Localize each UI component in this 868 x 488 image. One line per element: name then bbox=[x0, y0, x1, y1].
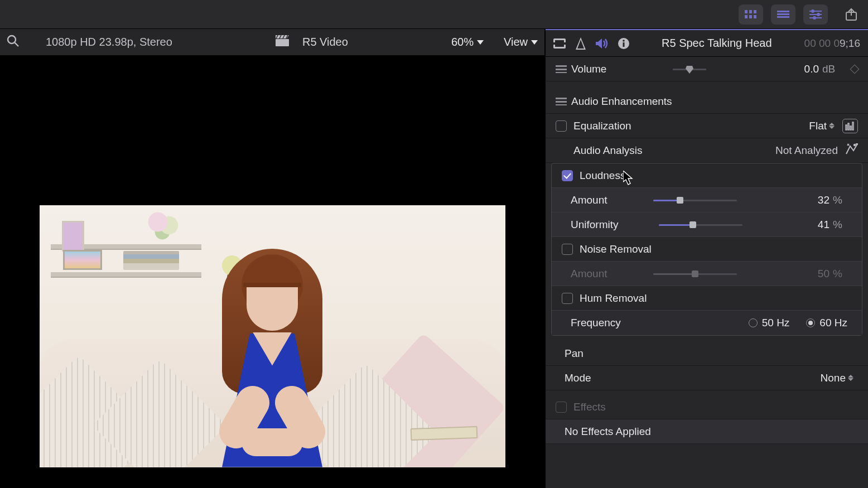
svg-rect-2 bbox=[754, 10, 756, 13]
loudness-amount-value[interactable]: 32 bbox=[783, 194, 833, 206]
chevron-down-icon bbox=[477, 40, 484, 45]
svg-point-12 bbox=[817, 13, 820, 16]
pan-title: Pan bbox=[565, 347, 584, 360]
viewer-view-popup[interactable]: View bbox=[504, 36, 538, 49]
loudness-amount-label: Amount bbox=[571, 194, 607, 206]
hum-freq-50-label: 50 Hz bbox=[762, 317, 790, 329]
loudness-group: Loudness Amount 32 % bbox=[551, 163, 862, 336]
volume-slider[interactable] bbox=[673, 64, 706, 75]
effects-checkbox[interactable] bbox=[556, 402, 567, 413]
volume-unit: dB bbox=[822, 63, 841, 75]
inspector-toolbar: R5 Spec Talking Head 00 00 09;16 bbox=[546, 30, 868, 57]
svg-rect-27 bbox=[850, 126, 851, 130]
inspector-timecode: 00 00 09;16 bbox=[804, 37, 860, 50]
hum-removal-checkbox[interactable] bbox=[562, 293, 573, 304]
svg-rect-19 bbox=[555, 40, 564, 47]
noise-removal-amount-slider bbox=[653, 268, 737, 279]
section-icon bbox=[556, 98, 567, 105]
hum-freq-60-radio[interactable] bbox=[806, 318, 815, 327]
inspector-clip-name: R5 Spec Talking Head bbox=[639, 37, 794, 50]
svg-rect-20 bbox=[553, 42, 555, 45]
layout-timeline-button[interactable] bbox=[771, 4, 795, 25]
equalization-label: Equalization bbox=[573, 120, 631, 132]
loudness-amount-slider[interactable] bbox=[653, 195, 737, 206]
loudness-uniformity-slider[interactable] bbox=[659, 219, 742, 230]
chevron-updown-icon bbox=[848, 375, 853, 381]
viewer-canvas[interactable] bbox=[0, 56, 544, 488]
share-button[interactable] bbox=[840, 4, 862, 25]
loudness-uniformity-row: Uniformity 41 % bbox=[552, 212, 862, 237]
svg-rect-21 bbox=[564, 42, 566, 45]
viewer-clip-name: R5 Video bbox=[302, 36, 348, 49]
loudness-amount-unit: % bbox=[833, 194, 852, 206]
loudness-uniformity-value[interactable]: 41 bbox=[783, 219, 833, 231]
effects-header: Effects bbox=[546, 395, 868, 419]
pan-mode-popup[interactable]: None bbox=[821, 372, 853, 384]
equalization-editor-button[interactable] bbox=[842, 119, 858, 133]
layout-inspector-button[interactable] bbox=[803, 4, 828, 25]
svg-rect-28 bbox=[852, 122, 853, 130]
audio-analysis-label: Audio Analysis bbox=[573, 144, 643, 157]
inspector-panel: R5 Spec Talking Head 00 00 09;16 Volume bbox=[546, 29, 868, 488]
svg-point-16 bbox=[8, 36, 16, 44]
svg-rect-5 bbox=[754, 15, 756, 18]
keyframe-button[interactable] bbox=[850, 64, 860, 74]
volume-value[interactable]: 0.0 bbox=[772, 63, 822, 75]
noise-removal-checkbox[interactable] bbox=[562, 244, 573, 255]
svg-rect-25 bbox=[846, 125, 847, 130]
viewer-zoom-value: 60% bbox=[451, 36, 474, 49]
loudness-row: Loudness bbox=[552, 163, 862, 188]
equalization-row: Equalization Flat bbox=[546, 114, 868, 138]
chevron-down-icon bbox=[531, 40, 538, 45]
equalization-preset-value: Flat bbox=[809, 120, 827, 132]
pan-mode-row: Mode None bbox=[546, 366, 868, 390]
noise-removal-amount-value: 50 bbox=[783, 268, 833, 280]
noise-removal-row: Noise Removal bbox=[552, 237, 862, 262]
loudness-amount-row: Amount 32 % bbox=[552, 188, 862, 212]
equalization-checkbox[interactable] bbox=[556, 120, 567, 132]
loudness-checkbox[interactable] bbox=[562, 170, 573, 181]
clapperboard-icon bbox=[276, 35, 289, 49]
equalization-preset-popup[interactable]: Flat bbox=[809, 120, 835, 132]
hum-removal-row: Hum Removal bbox=[552, 286, 862, 311]
effects-empty-text: No Effects Applied bbox=[565, 426, 651, 438]
svg-rect-6 bbox=[777, 11, 789, 12]
viewer-toolbar: 1080p HD 23.98p, Stereo R5 Video 60% Vie… bbox=[0, 29, 544, 56]
inspector-tab-generator-icon[interactable] bbox=[576, 37, 586, 50]
inspector-tab-info-icon[interactable] bbox=[618, 38, 629, 49]
timecode-prefix: 00 00 0 bbox=[804, 37, 840, 49]
analyze-button[interactable] bbox=[846, 143, 858, 157]
hum-removal-label: Hum Removal bbox=[580, 292, 647, 305]
volume-row: Volume 0.0 dB bbox=[546, 57, 868, 81]
audio-analysis-row: Audio Analysis Not Analyzed bbox=[546, 138, 868, 163]
noise-removal-label: Noise Removal bbox=[580, 243, 652, 255]
viewer-zoom-popup[interactable]: 60% bbox=[451, 36, 484, 49]
svg-rect-26 bbox=[848, 123, 849, 130]
noise-removal-amount-unit: % bbox=[833, 268, 852, 280]
svg-rect-17 bbox=[276, 39, 289, 46]
pan-mode-value: None bbox=[821, 372, 846, 384]
svg-rect-1 bbox=[749, 10, 752, 13]
viewer-panel: 1080p HD 23.98p, Stereo R5 Video 60% Vie… bbox=[0, 29, 546, 488]
loudness-uniformity-label: Uniformity bbox=[571, 219, 619, 231]
app-titlebar bbox=[0, 0, 868, 29]
inspector-tab-video-icon[interactable] bbox=[553, 38, 566, 49]
chevron-updown-icon bbox=[829, 123, 835, 129]
pan-header: Pan bbox=[546, 341, 868, 366]
section-icon bbox=[556, 65, 567, 73]
hum-frequency-label: Frequency bbox=[571, 317, 621, 329]
effects-empty-row: No Effects Applied bbox=[546, 419, 868, 444]
svg-point-10 bbox=[811, 9, 814, 13]
svg-rect-4 bbox=[749, 15, 752, 18]
hum-freq-60-label: 60 Hz bbox=[819, 317, 847, 329]
svg-rect-23 bbox=[623, 42, 625, 47]
volume-label: Volume bbox=[571, 63, 606, 75]
svg-point-29 bbox=[854, 144, 855, 146]
hum-freq-50-radio[interactable] bbox=[749, 318, 758, 327]
layout-browser-button[interactable] bbox=[739, 4, 763, 25]
svg-point-30 bbox=[856, 143, 857, 144]
noise-removal-amount-label: Amount bbox=[571, 268, 607, 280]
loudness-label: Loudness bbox=[580, 170, 625, 182]
search-icon[interactable] bbox=[7, 35, 19, 50]
inspector-tab-audio-icon[interactable] bbox=[596, 38, 608, 49]
